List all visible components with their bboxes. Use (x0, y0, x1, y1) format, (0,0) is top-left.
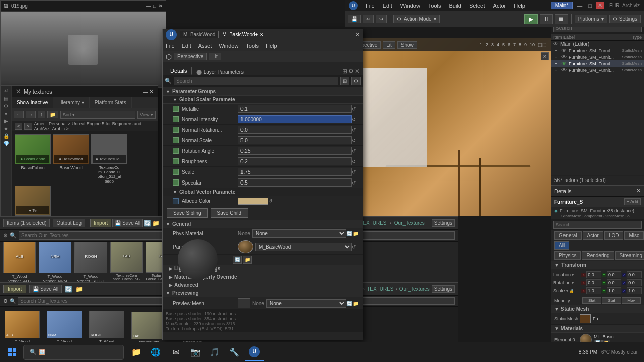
roughness-reset[interactable]: ↺ (352, 159, 359, 164)
stop-btn[interactable]: ⏹ (555, 14, 568, 24)
window-min[interactable]: — (342, 31, 348, 38)
tb-sync-icon[interactable]: 🔄 (144, 220, 151, 227)
outliner-item-main[interactable]: 👁 Main (Editor) (551, 41, 644, 47)
mt-window-min[interactable]: — (143, 88, 148, 95)
win-max-main[interactable]: □ (586, 3, 594, 9)
tb-folder-icon[interactable]: 📁 (152, 220, 160, 227)
list-item[interactable]: ROGH T_Wood Veneer_ROGH (74, 242, 107, 282)
metallic-checkbox[interactable] (173, 106, 179, 112)
save-child-btn[interactable]: Save Child (211, 208, 248, 218)
menu-actor-main[interactable]: Actor (493, 3, 506, 9)
win-close-main[interactable]: ✕ (596, 2, 604, 9)
normal-scale-checkbox[interactable] (173, 137, 179, 143)
normal-rotation-reset[interactable]: ↺ (352, 127, 359, 133)
menu-window[interactable]: Window (219, 43, 238, 49)
play-btn[interactable]: ▶ (524, 14, 538, 24)
location-arrow[interactable]: ▾ (572, 273, 574, 277)
normal-scale-input[interactable] (238, 136, 352, 144)
mt-folder-btn[interactable]: 📁 (47, 111, 58, 118)
vp-num-7[interactable]: 7 (512, 42, 517, 47)
menu-help-main[interactable]: Help (514, 3, 525, 9)
taskbar-app-browser[interactable]: 🌐 (146, 343, 166, 361)
mt-tab-platform-stats[interactable]: Platform Stats (90, 97, 132, 108)
close-btn[interactable]: ✕ (158, 3, 163, 9)
toolbar-save-btn[interactable]: 💾 (348, 15, 361, 23)
tab-close-icon[interactable]: ✕ (260, 32, 264, 37)
phys-material-select[interactable]: None (252, 229, 346, 238)
cb-import-btn[interactable]: Import (3, 285, 26, 293)
mt-window-close[interactable]: ✕ (149, 88, 154, 95)
roughness-input[interactable] (238, 157, 352, 165)
visibility-icon[interactable]: 👁 (561, 48, 567, 53)
viewport-3d[interactable]: Perspective Lit Show 1 2 3 4 5 6 7 8 9 1… (345, 38, 551, 216)
scale-input[interactable] (238, 168, 352, 176)
parent-icon2[interactable]: 📁 (243, 256, 252, 264)
scale-reset[interactable]: ↺ (352, 169, 359, 175)
section-general[interactable]: ▼ General (163, 220, 363, 228)
metallic-input[interactable] (238, 105, 352, 113)
list-item[interactable]: ALB T_Wood Veneer_ALB (3, 242, 36, 282)
cat-tab-rendering[interactable]: Rendering (582, 251, 614, 260)
taskbar-search[interactable]: 🔍 🪟 (23, 345, 124, 360)
rotation-angle-checkbox[interactable] (173, 148, 179, 154)
parent-icon1[interactable]: 🔄 (233, 256, 242, 264)
pause-btn[interactable]: ⏸ (540, 14, 553, 24)
menu-help[interactable]: Help (266, 43, 277, 49)
metallic-reset[interactable]: ↺ (352, 106, 359, 112)
cb-save-all-btn[interactable]: 💾 Save All (29, 285, 62, 293)
cb-settings-btn[interactable]: Settings (432, 285, 455, 293)
details-sub-search[interactable] (553, 221, 642, 229)
vp-num-2[interactable]: 2 (485, 42, 489, 47)
list-item[interactable]: ● BasicFabric BasicFabric (15, 134, 51, 184)
minimize-btn[interactable]: — (146, 3, 151, 9)
menu-edit-main[interactable]: Edit (383, 3, 392, 9)
grid-icon[interactable]: ⊞ (342, 68, 347, 75)
parent-reset[interactable]: ↺ (352, 244, 359, 250)
vp-num-3[interactable]: 3 (490, 42, 495, 47)
rotation-x[interactable]: 0.0 (586, 279, 601, 286)
mobility-mov[interactable]: Mov (622, 297, 641, 304)
list-item[interactable]: └ 👁 Furniture_SM_Furnit... StaticMesh (551, 60, 644, 67)
cb-filter-icon[interactable]: ⚙ (3, 298, 8, 304)
mt-view-btn[interactable]: View ▾ (137, 111, 156, 119)
mt-back-btn[interactable]: ← (14, 111, 24, 118)
mt-path-prev[interactable]: < (15, 123, 22, 130)
mobility-stat2[interactable]: Stat (602, 297, 621, 304)
close-icon[interactable]: ✕ (16, 88, 21, 95)
section-transform[interactable]: ▼ Transform (551, 261, 644, 269)
list-item[interactable]: ● TexturesCo... TexturesCo m_Fabric_C ot… (91, 134, 127, 184)
list-item[interactable]: └ 👁 Furniture_SM_Furnit... StaticMesh (551, 54, 644, 60)
location-x[interactable]: 0.0 (586, 271, 601, 278)
preview-mesh-select[interactable]: None (266, 299, 346, 308)
tb-textures-link[interactable]: TEXTURES (360, 220, 386, 226)
taskbar-app-files[interactable]: 📁 (127, 343, 146, 361)
toolbar-settings-btn[interactable]: ⚙ (351, 77, 361, 85)
toolbar-redo-btn[interactable]: ↪ (376, 15, 387, 23)
preview-icon1[interactable]: 🔄 (346, 301, 352, 306)
menu-edit[interactable]: Edit (182, 43, 191, 49)
vp-num-10[interactable]: 10 (529, 42, 536, 47)
rotation-angle-input[interactable] (238, 147, 352, 155)
preview-icon2[interactable]: 📁 (353, 301, 359, 306)
tab-m-basicwood-active[interactable]: M_BasicWood+ ✕ (219, 31, 267, 38)
scale-lock-icon[interactable]: 🔒 (569, 289, 574, 293)
taskbar-app-camera[interactable]: 📷 (186, 343, 205, 361)
mt-tab-hierarchy[interactable]: Hierarchy ▾ (53, 97, 90, 108)
maximize-btn[interactable]: □ (153, 3, 156, 9)
settings-btn[interactable]: ⚙ Settings (609, 15, 641, 23)
platforms-btn[interactable]: Platforms ▾ (575, 15, 607, 23)
mobility-stat1[interactable]: Stat (582, 297, 601, 304)
vp-num-8[interactable]: 8 (518, 42, 522, 47)
scale-z[interactable]: 1.0 (627, 287, 642, 294)
section-previewing[interactable]: ▼ Previewing (163, 289, 363, 297)
list-item[interactable]: └ 👁 Furniture_SM_Furnit... StaticMesh (551, 67, 644, 73)
list-item[interactable]: ● BasicWood BasicWood (53, 134, 89, 184)
breadcrumb-main[interactable]: Main* (551, 2, 573, 9)
tb-save-all-main[interactable]: 💾 Save All (112, 219, 143, 227)
parent-select[interactable]: M_BasicWood (255, 243, 352, 251)
cat-tab-all[interactable]: All (554, 241, 569, 250)
phys-mat-icon2[interactable]: 📁 (353, 231, 359, 236)
roughness-checkbox[interactable] (173, 158, 179, 164)
window-close[interactable]: ✕ (355, 31, 360, 38)
details-sub-close-icon[interactable]: ✕ (636, 188, 641, 194)
